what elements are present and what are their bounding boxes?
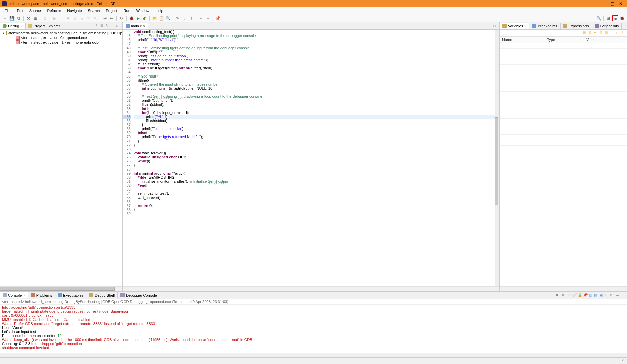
- open-perspective-icon[interactable]: ⊞: [605, 15, 611, 21]
- open-console-icon[interactable]: ▣: [599, 293, 604, 298]
- minimize-view-icon[interactable]: —: [111, 24, 116, 28]
- menu-edit[interactable]: Edit: [14, 8, 26, 13]
- new-icon[interactable]: ▫: [2, 15, 8, 21]
- display-console-icon[interactable]: ▥: [589, 293, 593, 298]
- debug-tree[interactable]: ▸<terminated> helloworld_semihosting Deb…: [0, 30, 122, 286]
- skip-breakpoints-icon[interactable]: ⊘: [42, 15, 48, 21]
- search-icon[interactable]: 🔍: [165, 15, 171, 21]
- table-row[interactable]: [500, 92, 627, 97]
- table-row[interactable]: [500, 146, 627, 151]
- column-name[interactable]: Name: [500, 37, 545, 43]
- menu-run[interactable]: Run: [121, 8, 133, 13]
- variables-table[interactable]: NameTypeValue: [500, 36, 627, 233]
- toggle-mark-icon[interactable]: ✎: [175, 15, 181, 21]
- tab-problems[interactable]: Problems: [28, 292, 55, 298]
- console-output[interactable]: Info : accepting 'gdb' connection on tcp…: [0, 305, 627, 353]
- close-icon[interactable]: ×: [524, 24, 526, 28]
- show-console-icon[interactable]: ▾: [610, 293, 615, 298]
- close-button[interactable]: ✕: [619, 1, 622, 6]
- save-all-icon[interactable]: ⧉: [16, 15, 22, 21]
- table-row[interactable]: [500, 119, 627, 124]
- pin-icon[interactable]: 📌: [215, 15, 221, 21]
- menu-search[interactable]: Search: [85, 8, 103, 13]
- display-console-icon[interactable]: ▤: [594, 293, 599, 298]
- next-annotation-icon[interactable]: ↓: [182, 15, 188, 21]
- build-icon[interactable]: ⚒: [25, 15, 31, 21]
- open-type-icon[interactable]: 📂: [152, 15, 158, 21]
- tree-node[interactable]: <terminated, exit value: 0> openocd.exe: [1, 35, 121, 40]
- columns-icon[interactable]: ▤: [605, 31, 609, 35]
- disconnect-icon[interactable]: ⎋: [72, 15, 78, 21]
- instruction-step-icon[interactable]: ⇥: [102, 15, 108, 21]
- menu-file[interactable]: File: [2, 8, 13, 13]
- collapse-all-icon[interactable]: ⊟: [589, 31, 593, 35]
- vertical-scrollbar[interactable]: [495, 30, 499, 286]
- remove-launch-icon[interactable]: ✕: [562, 293, 566, 298]
- tree-node[interactable]: ▸<terminated> helloworld_semihosting Deb…: [1, 30, 121, 35]
- minimize-view-icon[interactable]: —: [616, 293, 620, 298]
- horizontal-scrollbar[interactable]: [123, 286, 499, 291]
- import-icon[interactable]: ↓: [610, 31, 615, 35]
- resume-icon[interactable]: ▶: [52, 15, 58, 21]
- debug-dropdown-icon[interactable]: 🐞: [128, 15, 134, 21]
- column-value[interactable]: Value: [584, 37, 627, 43]
- debug-perspective-icon[interactable]: 🐞: [619, 15, 625, 21]
- tree-node[interactable]: <terminated, exit value: -1> arm-none-ea…: [1, 40, 121, 45]
- table-row[interactable]: [500, 108, 627, 113]
- menu-source[interactable]: Source: [27, 8, 44, 13]
- run-dropdown-icon[interactable]: ▶: [135, 15, 141, 21]
- resize-grip-icon[interactable]: ⋰: [621, 359, 624, 363]
- table-row[interactable]: [500, 135, 627, 140]
- table-row[interactable]: [500, 140, 627, 146]
- step-into-icon[interactable]: ↘: [79, 15, 85, 21]
- add-icon[interactable]: +: [594, 31, 599, 35]
- tab-debug[interactable]: Debug ×: [0, 23, 26, 29]
- horizontal-scrollbar[interactable]: [0, 353, 627, 357]
- menu-navigate[interactable]: Navigate: [64, 8, 84, 13]
- table-row[interactable]: [500, 49, 627, 54]
- close-icon[interactable]: ×: [23, 293, 25, 297]
- quick-access-icon[interactable]: 🔍: [596, 15, 602, 21]
- table-row[interactable]: [500, 65, 627, 70]
- table-row[interactable]: [500, 81, 627, 86]
- forward-icon[interactable]: →: [205, 15, 211, 21]
- tab-variables[interactable]: Variables×: [500, 23, 529, 29]
- tab-project-explorer[interactable]: Project Explorer: [26, 23, 63, 29]
- open-task-icon[interactable]: 📋: [158, 15, 164, 21]
- table-row[interactable]: [500, 43, 627, 49]
- cdc-perspective-icon[interactable]: ▣: [612, 15, 618, 21]
- tab-peripherals[interactable]: Peripherals: [592, 23, 622, 29]
- menu-window[interactable]: Window: [134, 8, 152, 13]
- maximize-view-icon[interactable]: □: [621, 293, 626, 298]
- scroll-lock-icon[interactable]: 🔒: [578, 293, 582, 298]
- horizontal-scrollbar[interactable]: [500, 286, 627, 291]
- view-menu-icon[interactable]: ⋮: [95, 24, 100, 28]
- menu-refactor[interactable]: Refactor: [45, 8, 64, 13]
- maximize-button[interactable]: ▢: [610, 1, 614, 6]
- table-row[interactable]: [500, 59, 627, 65]
- pin-console-icon[interactable]: 📌: [583, 293, 588, 298]
- table-row[interactable]: [500, 75, 627, 81]
- profile-dropdown-icon[interactable]: ◐: [142, 15, 148, 21]
- table-row[interactable]: [500, 54, 627, 59]
- table-row[interactable]: [500, 102, 627, 108]
- maximize-view-icon[interactable]: □: [116, 24, 121, 28]
- table-row[interactable]: [500, 124, 627, 129]
- maximize-view-icon[interactable]: □: [493, 24, 498, 28]
- terminate-icon[interactable]: ■: [65, 15, 71, 21]
- minimize-view-icon[interactable]: —: [487, 24, 492, 28]
- line-number-gutter[interactable]: 4445464748495051525354555657585960616263…: [123, 30, 132, 286]
- tab-executables[interactable]: Executables: [55, 292, 86, 298]
- table-row[interactable]: [500, 70, 627, 75]
- show-type-names-icon[interactable]: ⊞: [583, 31, 588, 35]
- close-icon[interactable]: ×: [20, 24, 22, 28]
- menu-project[interactable]: Project: [103, 8, 120, 13]
- tab-main-c[interactable]: main.c ×: [123, 23, 148, 29]
- save-icon[interactable]: 💾: [9, 15, 15, 21]
- table-row[interactable]: [500, 97, 627, 102]
- view-menu-icon[interactable]: ⋮: [621, 31, 626, 35]
- tab-console[interactable]: Console×: [0, 292, 28, 298]
- menu-help[interactable]: Help: [153, 8, 166, 13]
- prev-annotation-icon[interactable]: ↑: [188, 15, 194, 21]
- minimize-view-icon[interactable]: —: [622, 24, 626, 28]
